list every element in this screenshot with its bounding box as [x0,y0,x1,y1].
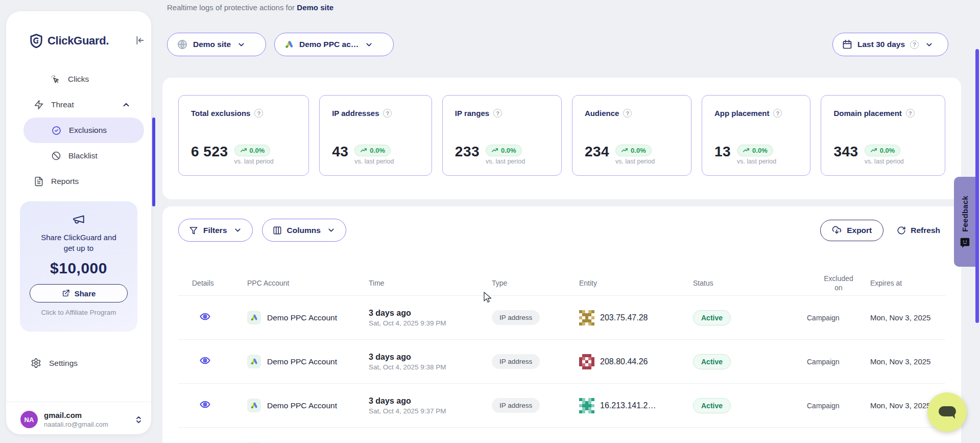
sidebar-item-settings[interactable]: Settings [31,358,78,368]
subtitle-site-name: Demo site [297,3,333,12]
stat-card-title: Domain placement [833,109,901,118]
table-row-1[interactable]: Demo PPC Account 3 days ago Sat, Oct 4, … [178,340,945,384]
stat-change-value: 0.0% [631,147,646,154]
help-icon: ? [910,40,919,49]
stat-change-value: 0.0% [370,147,385,154]
col-header-ppc-account[interactable]: PPC Account [247,278,369,288]
col-header-expires-at[interactable]: Expires at [870,278,946,288]
ppc-account-name: Demo PPC Account [267,401,337,410]
export-label: Export [847,226,872,235]
stat-card-3: Audience ? 234 0.0% vs. last period [572,95,691,176]
refresh-button[interactable]: Refresh [897,226,945,235]
status-badge: Active [693,398,731,413]
chat-launcher-button[interactable] [927,392,967,432]
stat-compare-label: vs. last period [737,158,776,165]
share-button[interactable]: Share [30,284,128,302]
status-badge: Active [693,310,731,325]
user-name: gmail.com [44,411,108,419]
account-switcher[interactable]: NA gmail.com naatali.ro@gmail.com [20,411,143,428]
type-badge: IP address [492,398,540,413]
sidebar-item-exclusions[interactable]: Exclusions [23,118,144,143]
gear-icon [31,358,41,368]
stat-card-value: 43 [332,145,348,165]
ban-icon [51,151,61,161]
exclusions-table-panel: Filters Columns Export [162,206,961,443]
time-relative: 3 days ago [369,397,492,406]
col-header-excluded-on[interactable]: Excluded on [807,274,870,292]
google-ads-icon [247,399,261,412]
sidebar-nav: Clicks Threat Exclusions [6,66,151,194]
calendar-icon [842,39,852,50]
sidebar-item-blacklist[interactable]: Blacklist [6,143,151,169]
table-row-2[interactable]: Demo PPC Account 3 days ago Sat, Oct 4, … [178,384,945,428]
page-subtitle: Realtime logs of protective actions for … [167,3,333,12]
stat-change-value: 0.0% [250,147,265,154]
stat-compare-label: vs. last period [234,158,274,165]
stat-card-title: App placement [714,109,770,118]
sidebar-item-threat[interactable]: Threat [6,92,151,118]
google-ads-icon [247,355,261,368]
entity-identicon [579,310,594,325]
help-icon[interactable]: ? [623,109,632,118]
stat-card-value: 233 [455,145,480,165]
page-scrollbar-thumb[interactable] [975,49,979,323]
stat-card-title: IP addresses [332,109,379,118]
badge-check-icon [51,125,62,136]
stat-card-title: Total exclusions [191,109,250,118]
stat-compare-label: vs. last period [865,158,904,165]
stat-card-value: 6 523 [191,145,228,165]
external-link-icon [62,289,70,297]
table-row-0[interactable]: Demo PPC Account 3 days ago Sat, Oct 4, … [178,296,945,340]
feedback-tab[interactable]: Feedback [954,177,975,267]
chevron-down-icon [233,226,242,235]
stat-card-value: 343 [833,145,858,165]
affiliate-link-text[interactable]: Click to Affiliate Program [20,309,137,316]
status-badge: Active [693,354,731,369]
col-header-status[interactable]: Status [693,278,807,288]
sidebar-scrollbar-thumb[interactable] [152,118,155,206]
help-icon[interactable]: ? [493,109,502,118]
time-relative: 3 days ago [369,309,492,318]
type-badge: IP address [492,310,540,325]
site-selector-dropdown[interactable]: Demo site [167,33,266,56]
filters-dropdown[interactable]: Filters [178,219,253,242]
trend-up-icon [491,147,498,154]
col-header-details[interactable]: Details [192,278,247,288]
stat-change-value: 0.0% [752,147,768,154]
sidebar-item-reports[interactable]: Reports [6,169,151,194]
affiliate-promo-card[interactable]: Share ClickGuard and get up to $10,000 S… [20,201,137,332]
expires-at-value: Mon, Nov 3, 2025 [870,401,930,410]
table-header-row: Details PPC Account Time Type Entity Sta… [178,271,945,295]
columns-dropdown[interactable]: Columns [262,219,346,242]
col-header-time[interactable]: Time [369,278,492,288]
table-row-3[interactable]: 3 days ago [178,428,945,443]
help-icon[interactable]: ? [254,109,263,118]
trend-badge: 0.0% [865,145,901,156]
ppc-account-selector-dropdown[interactable]: Demo PPC ac… [274,33,394,56]
sidebar-divider [6,402,151,402]
entity-value: 203.75.47.28 [600,313,648,322]
chevron-down-icon [365,40,373,49]
col-header-type[interactable]: Type [492,278,579,288]
view-details-eye-icon[interactable] [192,311,211,322]
sidebar-collapse-icon[interactable] [134,35,145,46]
help-icon[interactable]: ? [773,109,782,118]
trend-up-icon [621,147,628,154]
trend-up-icon [360,147,367,154]
export-button[interactable]: Export [820,220,883,241]
date-range-value: Last 30 days [857,40,905,49]
chevron-down-icon [237,40,246,49]
view-details-eye-icon[interactable] [192,355,211,366]
columns-label: Columns [287,226,321,235]
help-icon[interactable]: ? [906,109,915,118]
help-icon[interactable]: ? [383,109,392,118]
view-details-eye-icon[interactable] [192,399,211,410]
date-range-dropdown[interactable]: Last 30 days ? [832,33,948,56]
trend-up-icon [743,147,750,154]
ppc-account-name: Demo PPC Account [267,357,337,366]
col-header-entity[interactable]: Entity [579,278,693,288]
stat-change-value: 0.0% [880,147,895,154]
entity-value: 16.213.141.2… [600,401,656,410]
sidebar-item-label: Blacklist [68,151,98,160]
sidebar-item-clicks[interactable]: Clicks [6,66,151,92]
